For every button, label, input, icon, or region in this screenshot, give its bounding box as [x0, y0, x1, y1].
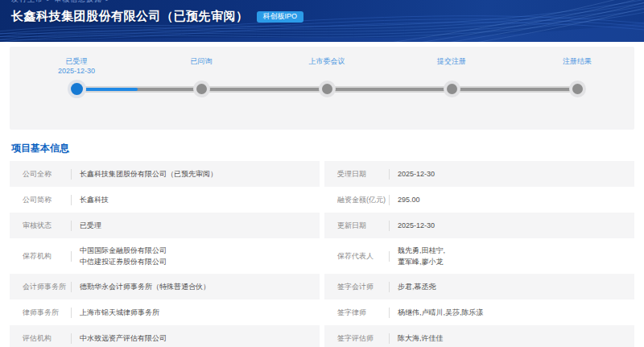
info-row-appraisal-agency: 评估机构 中水致远资产评估有限公司 — [10, 325, 320, 347]
page-title: 长鑫科技集团股份有限公司（已预先审阅） — [11, 9, 249, 24]
info-row-update-date: 更新日期 2025-12-30 — [324, 213, 634, 238]
label-value-divider — [71, 195, 72, 205]
field-value: 已受理 — [80, 220, 101, 231]
info-row-sponsor-institutions: 保荐机构 中国国际金融股份有限公司 中信建投证券股份有限公司 — [10, 238, 320, 274]
stage-dot — [447, 84, 457, 94]
timeline-stage-registration: 提交注册 — [399, 56, 504, 121]
field-value: 德勤华永会计师事务所（特殊普通合伙） — [80, 281, 210, 292]
info-row-acceptance-date: 受理日期 2025-12-30 — [324, 161, 634, 187]
timeline-stage-inquired: 已问询 — [149, 56, 254, 121]
info-row-signing-lawyers: 签字律师 杨继伟,卢晴川,吴莎,陈乐漾 — [324, 299, 634, 325]
label-value-divider — [389, 195, 390, 205]
info-row-signing-appraisers: 签字评估师 陈大海,许佳佳 — [324, 325, 634, 347]
label-value-divider — [71, 333, 72, 344]
field-label: 公司全称 — [23, 169, 71, 180]
field-value: 长鑫科技 — [80, 194, 109, 205]
field-label: 融资金额(亿元) — [337, 195, 389, 205]
field-value: 中水致远资产评估有限公司 — [80, 333, 167, 344]
info-row-company-full-name: 公司全称 长鑫科技集团股份有限公司（已预先审阅） — [10, 161, 320, 187]
info-row-review-status: 审核状态 已受理 — [10, 213, 320, 238]
field-label: 保荐代表人 — [337, 251, 389, 262]
field-label: 签字会计师 — [337, 282, 389, 292]
field-value: 2025-12-30 — [398, 168, 435, 180]
field-value: 步君,慕丞尧 — [398, 281, 436, 292]
field-value: 魏先勇,田桂宁, 董军峰,廖小龙 — [398, 245, 445, 267]
board-badge: 科创板IPO — [257, 11, 304, 23]
label-value-divider — [71, 251, 72, 262]
field-label: 评估机构 — [23, 333, 71, 344]
field-label: 签字评估师 — [337, 333, 389, 344]
field-label: 更新日期 — [337, 221, 389, 231]
timeline-stage-committee: 上市委会议 — [275, 56, 379, 121]
field-label: 公司简称 — [23, 195, 71, 205]
info-row-signing-accountants: 签字会计师 步君,慕丞尧 — [324, 274, 634, 299]
info-row-company-short-name: 公司简称 长鑫科技 — [10, 187, 320, 213]
label-value-divider — [389, 333, 390, 344]
label-value-divider — [71, 282, 72, 292]
stage-label: 已问询 — [149, 56, 254, 66]
stage-dot — [572, 84, 583, 94]
label-value-divider — [71, 169, 72, 180]
stage-dot — [322, 84, 332, 94]
section-title-basic-info: 项目基本信息 — [11, 142, 69, 155]
stage-label: 已受理 — [24, 56, 129, 66]
field-value: 陈大海,许佳佳 — [398, 333, 444, 344]
field-label: 会计师事务所 — [23, 282, 71, 292]
label-value-divider — [71, 308, 72, 318]
info-row-accounting-firm: 会计师事务所 德勤华永会计师事务所（特殊普通合伙） — [10, 274, 320, 299]
field-label: 律师事务所 — [23, 308, 71, 318]
field-label: 审核状态 — [23, 221, 71, 231]
field-value: 中国国际金融股份有限公司 中信建投证券股份有限公司 — [80, 245, 167, 267]
label-value-divider — [389, 221, 390, 231]
label-value-divider — [389, 251, 390, 262]
field-value: 杨继伟,卢晴川,吴莎,陈乐漾 — [398, 307, 484, 318]
field-value: 上海市锦天城律师事务所 — [80, 307, 159, 318]
info-column-right: 受理日期 2025-12-30 融资金额(亿元) 295.00 更新日期 202… — [324, 161, 634, 347]
stage-date: 2025-12-30 — [24, 66, 129, 76]
info-row-financing-amount: 融资金额(亿元) 295.00 — [324, 187, 634, 213]
field-label: 保荐机构 — [23, 251, 71, 262]
page-header: 发行上市 > 审核信息披露 > 长鑫科技集团股份有限公司（已预先审阅） 科创板I… — [0, 0, 644, 42]
label-value-divider — [389, 169, 390, 180]
info-row-sponsor-representatives: 保荐代表人 魏先勇,田桂宁, 董军峰,廖小龙 — [324, 238, 634, 274]
stage-dot — [196, 84, 207, 94]
label-value-divider — [389, 282, 390, 292]
breadcrumb[interactable]: 发行上市 > 审核信息披露 > — [11, 0, 110, 5]
timeline-progress-bar — [76, 88, 138, 91]
info-row-law-firm: 律师事务所 上海市锦天城律师事务所 — [10, 299, 320, 325]
field-value: 长鑫科技集团股份有限公司（已预先审阅） — [80, 168, 217, 180]
review-timeline: 已受理 2025-12-30 已问询 上市委会议 提交注册 注册结果 — [10, 47, 634, 130]
project-basic-info-table: 公司全称 长鑫科技集团股份有限公司（已预先审阅） 公司简称 长鑫科技 审核状态 … — [10, 161, 634, 347]
field-label: 签字律师 — [337, 308, 389, 318]
stage-label: 提交注册 — [399, 56, 504, 66]
stage-label: 注册结果 — [525, 56, 630, 66]
info-column-left: 公司全称 长鑫科技集团股份有限公司（已预先审阅） 公司简称 长鑫科技 审核状态 … — [10, 161, 320, 347]
field-value: 2025-12-30 — [398, 220, 435, 231]
field-label: 受理日期 — [337, 169, 389, 180]
stage-label: 上市委会议 — [275, 56, 379, 66]
timeline-stage-result: 注册结果 — [525, 56, 630, 121]
field-value: 295.00 — [398, 194, 420, 205]
label-value-divider — [389, 308, 390, 318]
label-value-divider — [71, 221, 72, 231]
stage-dot-active — [71, 83, 83, 95]
